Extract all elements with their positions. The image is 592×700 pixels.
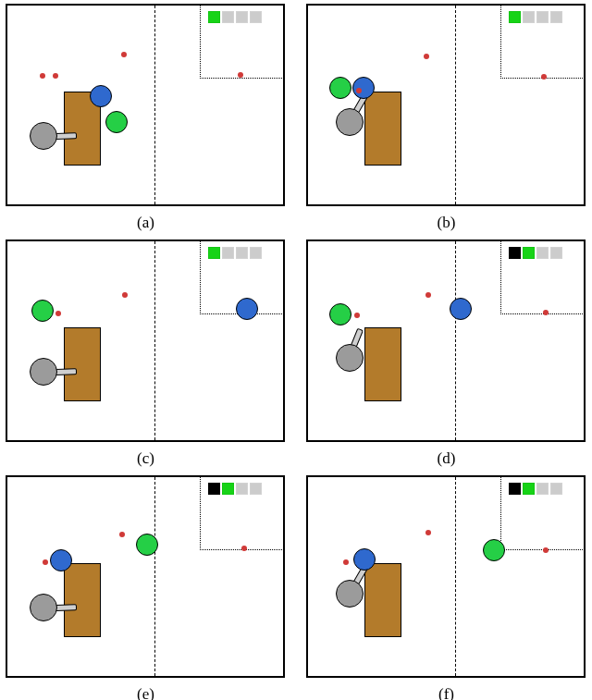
indicator-row-a	[208, 11, 262, 23]
red-dot-e-0	[43, 559, 48, 565]
green-ball-c	[31, 300, 54, 322]
red-dot-d-1	[426, 292, 431, 298]
red-dot-d-0	[354, 313, 360, 318]
figure-grid: (a) (b)	[0, 0, 592, 700]
green-ball-d	[329, 303, 352, 325]
agent-body-a	[30, 122, 57, 150]
green-ball-e	[136, 534, 158, 556]
agent-arm-e	[55, 604, 77, 611]
caption-b: (b)	[306, 214, 586, 232]
red-dot-d-2	[543, 310, 549, 315]
panel-f	[306, 475, 586, 678]
blue-ball-b	[352, 77, 375, 99]
agent-body-d	[336, 344, 364, 372]
indicator-c-3	[250, 247, 262, 259]
vertical-divider-c	[154, 241, 155, 440]
red-dot-e-2	[241, 546, 247, 551]
figure-cell-b: (b)	[306, 4, 586, 238]
caption-e: (e)	[6, 685, 286, 700]
vertical-divider-e	[154, 477, 155, 676]
blue-ball-e	[50, 549, 72, 571]
indicator-row-d	[509, 247, 562, 259]
indicator-e-1	[222, 483, 234, 495]
green-ball-a	[105, 111, 128, 133]
panel-d	[306, 239, 586, 442]
indicator-f-1	[523, 483, 535, 495]
green-ball-b	[329, 77, 352, 99]
blue-ball-a	[90, 85, 112, 107]
red-dot-c-1	[122, 292, 128, 298]
indicator-c-0	[208, 247, 220, 259]
agent-body-f	[336, 580, 364, 608]
indicator-row-b	[509, 11, 562, 23]
red-dot-f-1	[426, 530, 431, 535]
red-dot-a-0	[40, 73, 45, 79]
brown-block-e	[64, 563, 101, 637]
vertical-divider-b	[455, 6, 456, 204]
indicator-b-0	[509, 11, 521, 23]
red-dot-f-2	[543, 547, 549, 553]
indicator-a-0	[208, 11, 220, 23]
brown-block-d	[364, 327, 401, 401]
indicator-a-1	[222, 11, 234, 23]
agent-body-c	[30, 358, 57, 386]
blue-ball-c	[236, 298, 258, 320]
red-dot-f-0	[343, 559, 349, 565]
blue-ball-d	[450, 298, 472, 320]
red-dot-b-2	[541, 74, 547, 80]
indicator-b-1	[523, 11, 535, 23]
figure-cell-f: (f)	[306, 475, 586, 700]
indicator-f-3	[550, 483, 562, 495]
indicator-row-e	[208, 483, 262, 495]
indicator-f-0	[509, 483, 521, 495]
indicator-d-1	[523, 247, 535, 259]
figure-cell-c: (c)	[6, 239, 286, 473]
indicator-f-2	[536, 483, 549, 495]
figure-cell-e: (e)	[6, 475, 286, 700]
indicator-row-c	[208, 247, 262, 259]
panel-c	[6, 239, 285, 442]
indicator-d-3	[550, 247, 562, 259]
vertical-divider-f	[455, 477, 456, 676]
red-dot-a-2	[121, 52, 127, 57]
agent-arm-c	[55, 368, 77, 375]
panel-a	[6, 4, 285, 206]
red-dot-b-1	[424, 54, 429, 59]
vertical-divider-d	[455, 241, 456, 440]
caption-a: (a)	[6, 214, 286, 232]
brown-block-c	[64, 327, 101, 401]
red-dot-a-3	[238, 72, 243, 78]
red-dot-e-1	[119, 532, 125, 537]
indicator-c-1	[222, 247, 234, 259]
figure-cell-a: (a)	[6, 4, 286, 238]
indicator-b-2	[536, 11, 549, 23]
indicator-c-2	[236, 247, 248, 259]
figure-cell-d: (d)	[306, 239, 586, 473]
caption-f: (f)	[306, 685, 586, 700]
caption-c: (c)	[6, 449, 286, 468]
panel-b	[306, 4, 586, 206]
red-dot-b-0	[356, 88, 362, 93]
green-ball-f	[483, 539, 505, 561]
indicator-e-2	[236, 483, 248, 495]
vertical-divider-a	[154, 6, 155, 204]
indicator-d-2	[536, 247, 549, 259]
red-dot-a-1	[53, 73, 58, 79]
caption-d: (d)	[306, 449, 586, 468]
indicator-e-3	[250, 483, 262, 495]
agent-body-e	[30, 594, 57, 621]
panel-e	[6, 475, 285, 678]
agent-arm-a	[55, 132, 77, 140]
indicator-a-2	[236, 11, 248, 23]
indicator-e-0	[208, 483, 220, 495]
brown-block-b	[364, 92, 401, 166]
brown-block-f	[364, 563, 401, 637]
blue-ball-f	[353, 548, 376, 571]
agent-body-b	[336, 108, 364, 136]
indicator-a-3	[250, 11, 262, 23]
red-dot-c-0	[56, 311, 61, 316]
indicator-d-0	[509, 247, 521, 259]
indicator-b-3	[550, 11, 562, 23]
indicator-row-f	[509, 483, 562, 495]
